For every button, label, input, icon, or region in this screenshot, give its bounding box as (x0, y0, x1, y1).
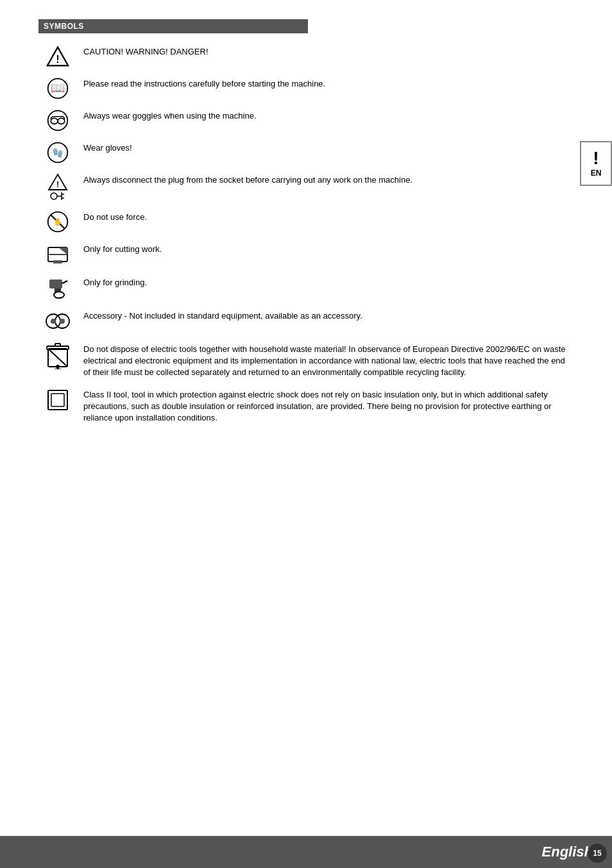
list-item: Only for cutting work. (38, 242, 574, 267)
bottom-bar: English (0, 836, 612, 868)
list-item: Class II tool, tool in which protection … (38, 388, 574, 424)
class2-text: Class II tool, tool in which protection … (83, 388, 574, 424)
language-label: English (542, 844, 593, 860)
svg-marker-22 (58, 247, 67, 255)
goggles-text: Always wear goggles when using the machi… (83, 109, 574, 122)
list-item: Always wear goggles when using the machi… (38, 109, 574, 132)
svg-rect-23 (53, 260, 62, 263)
read-instructions-icon: 📖 (38, 77, 77, 100)
grinding-text: Only for grinding. (83, 276, 574, 288)
svg-rect-42 (51, 394, 64, 406)
read-instructions-text: Please read the instructions carefully b… (83, 77, 574, 90)
disconnect-icon: ! (38, 173, 77, 201)
warning-triangle-icon: ! (38, 45, 77, 68)
en-badge-label: EN (591, 169, 602, 178)
cutting-icon (38, 242, 77, 267)
goggles-icon (38, 109, 77, 132)
class2-icon (38, 388, 77, 412)
svg-point-26 (54, 292, 64, 298)
svg-line-27 (62, 281, 67, 283)
disconnect-text: Always disconnect the plug from the sock… (83, 173, 574, 186)
gloves-text: Wear gloves! (83, 141, 574, 154)
en-badge: ! EN (580, 141, 612, 186)
no-force-text: Do not use force. (83, 210, 574, 223)
list-item: 📖 Please read the instructions carefully… (38, 77, 574, 100)
svg-text:!: ! (56, 53, 59, 65)
svg-rect-24 (49, 280, 62, 288)
page: SYMBOLS ! CAUTION! WARNING! DANGER! 📖 Pl… (0, 0, 612, 868)
page-number-text: 15 (593, 849, 601, 858)
grinding-icon (38, 276, 77, 300)
svg-text:!: ! (56, 180, 59, 189)
list-item: 🧤 Wear gloves! (38, 141, 574, 164)
svg-text:🧤: 🧤 (52, 147, 64, 158)
accessory-text: Accessory - Not included in standard equ… (83, 309, 574, 322)
list-item: ✋ Do not use force. (38, 210, 574, 233)
en-badge-exclaim-icon: ! (593, 149, 599, 167)
disposal-text: Do not dispose of electric tools togethe… (83, 342, 574, 379)
svg-point-6 (58, 118, 65, 124)
cutting-text: Only for cutting work. (83, 242, 574, 255)
symbols-title: SYMBOLS (44, 22, 84, 31)
svg-text:✋: ✋ (53, 217, 63, 226)
no-force-icon: ✋ (38, 210, 77, 233)
list-item: ! CAUTION! WARNING! DANGER! (38, 45, 574, 68)
svg-text:📖: 📖 (51, 81, 65, 95)
svg-rect-34 (47, 346, 69, 349)
svg-point-12 (51, 193, 57, 199)
warning-text: CAUTION! WARNING! DANGER! (83, 45, 574, 58)
list-item: Do not dispose of electric tools togethe… (38, 342, 574, 379)
page-number: 15 (588, 844, 607, 863)
accessory-icon (38, 309, 77, 333)
svg-point-31 (60, 319, 65, 324)
gloves-icon: 🧤 (38, 141, 77, 164)
svg-line-33 (48, 349, 67, 367)
list-item: Only for grinding. (38, 276, 574, 300)
symbols-header: SYMBOLS (38, 19, 308, 33)
svg-point-5 (51, 118, 58, 124)
list-item: Accessory - Not included in standard equ… (38, 309, 574, 333)
svg-point-30 (51, 319, 56, 324)
disposal-icon (38, 342, 77, 369)
list-item: ! Always disconnect the plug from the so… (38, 173, 574, 201)
